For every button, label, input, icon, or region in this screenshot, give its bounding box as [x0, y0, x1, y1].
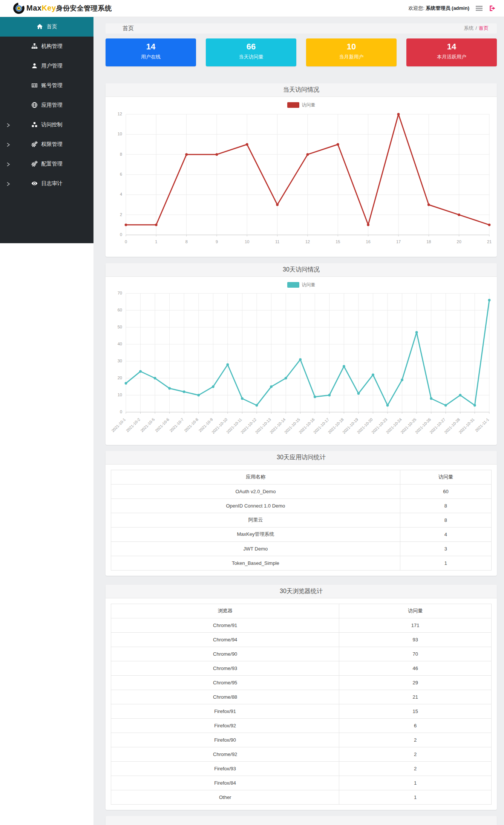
table-cell: Chrome/95 — [111, 675, 339, 690]
breadcrumb-root: 系统 — [464, 25, 473, 31]
eye-icon — [31, 180, 38, 187]
table-cell: 8 — [400, 498, 491, 513]
table-cell: Firefox/93 — [111, 761, 339, 776]
stat-card: 66当天访问量 — [206, 38, 296, 66]
table-cell: Token_Based_Simple — [111, 556, 400, 570]
svg-text:21: 21 — [487, 239, 492, 244]
menu-toggle-icon[interactable] — [475, 5, 483, 11]
stat-card-label: 用户在线 — [106, 54, 196, 60]
table-cell: 4 — [400, 527, 491, 541]
table-cell: Chrome/91 — [111, 618, 339, 632]
svg-text:10: 10 — [118, 393, 122, 397]
sidebar-item-用户管理[interactable]: 用户管理 — [0, 56, 93, 76]
svg-text:12: 12 — [118, 112, 122, 116]
sidebar-item-label: 配置管理 — [41, 161, 63, 167]
sidebar-item-label: 用户管理 — [41, 63, 63, 69]
stat-card-label: 当月新用户 — [306, 54, 397, 60]
stat-card-value: 14 — [406, 42, 497, 52]
chart-body: 访问量0102030405060702021-10-12021-10-22021… — [106, 277, 497, 445]
stat-card-label: 本月活跃用户 — [406, 54, 497, 60]
sidebar-item-应用管理[interactable]: 应用管理 — [0, 95, 93, 115]
page-title: 首页 — [123, 25, 134, 32]
cogs-icon — [31, 161, 38, 167]
svg-text:0: 0 — [125, 239, 127, 244]
table-row: Token_Based_Simple1 — [111, 556, 492, 570]
stat-cards-row: 14用户在线66当天访问量10当月新用户14本月活跃用户 — [106, 38, 497, 66]
table-cell: Firefox/90 — [111, 733, 339, 747]
legend-swatch — [287, 102, 299, 108]
table-cell: Chrome/92 — [111, 747, 339, 761]
table-cell: 70 — [339, 647, 492, 661]
logo-link[interactable]: MaxKey身份安全管理系统 — [13, 2, 112, 14]
table-header-cell: 应用名称 — [111, 470, 400, 484]
sidebar: 首页机构管理用户管理账号管理应用管理访问控制权限管理配置管理日志审计 — [0, 17, 93, 243]
table-cell: 3 — [400, 541, 491, 556]
sidebar-item-访问控制[interactable]: 访问控制 — [0, 115, 93, 135]
svg-text:18: 18 — [426, 239, 431, 244]
table-row: Chrome/91171 — [111, 618, 492, 632]
table-row: Chrome/9070 — [111, 647, 492, 661]
chart-legend[interactable]: 访问量 — [106, 101, 497, 110]
table-cell: Firefox/92 — [111, 718, 339, 733]
svg-text:60: 60 — [118, 308, 122, 312]
table-cell: 21 — [339, 690, 492, 704]
chart-plot: 0246810120189101112151617182021 — [106, 110, 497, 253]
chevron-right-icon — [6, 142, 11, 147]
left-column: 首页机构管理用户管理账号管理应用管理访问控制权限管理配置管理日志审计 — [0, 17, 93, 825]
svg-text:1: 1 — [155, 239, 157, 244]
chart-panel: 当天访问情况访问量0246810120189101112151617182021 — [106, 83, 497, 257]
data-table: 应用名称访问量OAuth v2.0_Demo60OpenID Connect 1… — [111, 470, 492, 570]
chart-legend[interactable]: 访问量 — [106, 281, 497, 290]
table-cell: Chrome/93 — [111, 661, 339, 675]
sidebar-item-权限管理[interactable]: 权限管理 — [0, 135, 93, 154]
table-header-cell: 浏览器 — [111, 604, 339, 618]
svg-text:20: 20 — [118, 376, 122, 380]
table-cell: 1 — [339, 776, 492, 790]
table-cell: 阿里云 — [111, 513, 400, 527]
logout-icon[interactable] — [489, 5, 496, 12]
table-panel: 30天应用访问统计应用名称访问量OAuth v2.0_Demo60OpenID … — [106, 451, 497, 576]
svg-text:16: 16 — [366, 239, 371, 244]
stat-card: 14本月活跃用户 — [406, 38, 497, 66]
chart-title: 当天访问情况 — [106, 83, 497, 97]
cubes-icon — [31, 121, 38, 128]
sidebar-item-label: 访问控制 — [41, 121, 63, 128]
sidebar-item-日志审计[interactable]: 日志审计 — [0, 174, 93, 193]
home-icon — [37, 23, 43, 30]
chevron-right-icon — [6, 181, 11, 186]
chevron-right-icon — [6, 123, 11, 127]
breadcrumb: 系统/首页 — [464, 25, 489, 32]
sidebar-item-机构管理[interactable]: 机构管理 — [0, 37, 93, 56]
legend-label: 访问量 — [302, 282, 316, 288]
sidebar-item-label: 应用管理 — [41, 102, 63, 109]
sidebar-item-配置管理[interactable]: 配置管理 — [0, 154, 93, 174]
table-cell: Firefox/91 — [111, 704, 339, 718]
chart-panel: 30天访问情况访问量0102030405060702021-10-12021-1… — [106, 263, 497, 445]
table-cell: 29 — [339, 675, 492, 690]
chart-plot: 0102030405060702021-10-12021-10-22021-10… — [106, 290, 497, 441]
stat-card: 10当月新用户 — [306, 38, 397, 66]
svg-text:2021-10-1: 2021-10-1 — [110, 417, 126, 433]
svg-text:2: 2 — [120, 212, 122, 216]
table-cell: OAuth v2.0_Demo — [111, 484, 400, 498]
table-header-cell: 访问量 — [400, 470, 491, 484]
svg-text:12: 12 — [305, 239, 310, 244]
globe-icon — [31, 102, 38, 109]
table-cell: 93 — [339, 632, 492, 647]
sitemap-icon — [31, 43, 38, 50]
table-title: 30天应用访问统计 — [106, 451, 497, 465]
svg-text:11: 11 — [275, 239, 279, 244]
main-content: 首页 系统/首页 14用户在线66当天访问量10当月新用户14本月活跃用户 当天… — [93, 17, 504, 825]
sidebar-item-首页[interactable]: 首页 — [0, 17, 93, 37]
table-cell: Chrome/94 — [111, 632, 339, 647]
svg-text:2021-10-2: 2021-10-2 — [125, 417, 141, 433]
table-wrap: 浏览器访问量Chrome/91171Chrome/9493Chrome/9070… — [106, 598, 497, 810]
svg-text:17: 17 — [396, 239, 401, 244]
table-cell: 15 — [339, 704, 492, 718]
legend-swatch — [287, 282, 299, 288]
welcome-text: 欢迎您: 系统管理员 (admin) — [408, 5, 469, 12]
chart-title: 30天访问情况 — [106, 263, 497, 277]
sidebar-item-账号管理[interactable]: 账号管理 — [0, 76, 93, 95]
breadcrumb-current[interactable]: 首页 — [479, 25, 489, 31]
sidebar-item-label: 账号管理 — [41, 82, 63, 89]
